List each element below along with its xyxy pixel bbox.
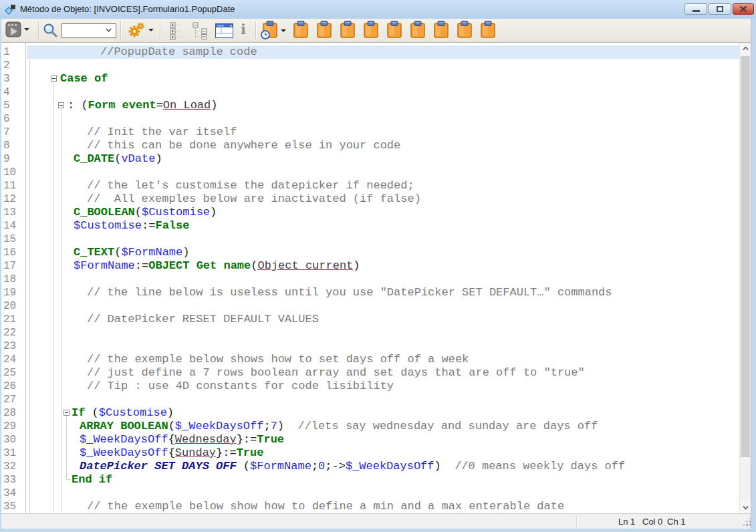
code-line[interactable]: 16C_TEXT($FormName) [1, 246, 739, 259]
clipboard-icon [363, 21, 379, 39]
clipboard-button-9[interactable] [480, 21, 496, 42]
scrollbar-up-button[interactable] [740, 43, 751, 54]
clipboard-clock-icon [261, 21, 278, 40]
line-number: 13 [3, 207, 16, 219]
clipboard-button-8[interactable] [457, 21, 473, 42]
code-line[interactable]: 20 [1, 299, 739, 313]
line-number: 7 [3, 126, 10, 138]
code-line[interactable]: 8// this can be done anywhere else in yo… [1, 139, 739, 152]
code-line[interactable]: 31$_WeekDaysOff{Sunday}:=True [1, 446, 739, 460]
code-line[interactable]: 11// the let's customise the datepicker … [1, 179, 739, 192]
code-line[interactable]: 2 [1, 59, 739, 72]
code-text: // this can be done anywhere else in you… [27, 139, 400, 152]
code-line[interactable]: 33End if [1, 473, 739, 487]
clipboard-icon [386, 21, 402, 39]
code-text: // the line below is useless until you u… [27, 286, 612, 299]
code-line[interactable]: 12// All exemples below are inactivated … [1, 192, 739, 206]
code-line[interactable]: 32DatePicker SET DAYS OFF ($FormName;0;-… [1, 460, 739, 473]
window-title: Método de Objeto: [INVOICES].Formulario1… [20, 4, 235, 14]
code-line[interactable]: 10 [1, 166, 739, 179]
line-number: 20 [3, 300, 16, 312]
code-line[interactable]: 18 [1, 273, 739, 286]
clipboard-history-button[interactable] [261, 21, 286, 40]
line-number: 17 [3, 260, 16, 272]
toolbar: i [1, 19, 751, 43]
code-text: // the exemple below show how to define … [27, 500, 564, 513]
clipboard-button-2[interactable] [316, 21, 332, 42]
maximize-button[interactable] [709, 3, 731, 15]
form-preview-button[interactable] [215, 23, 233, 38]
code-line[interactable]: 14$Customise:=False [1, 219, 739, 233]
fold-toggle[interactable] [58, 102, 64, 108]
scrollbar-thumb[interactable] [741, 56, 750, 457]
statusbar-separator [576, 516, 577, 527]
code-line[interactable]: 26// Tip : use 4D constants for code lis… [1, 380, 739, 393]
code-text: : (Form event=On Load) [27, 99, 217, 112]
clipboard-button-4[interactable] [363, 21, 379, 42]
code-line[interactable]: 4 [1, 86, 739, 99]
expand-all-button[interactable] [170, 22, 184, 40]
code-line[interactable]: 17$FormName:=OBJECT Get name(Object curr… [1, 259, 739, 273]
code-line[interactable]: 28If ($Customise) [1, 406, 739, 420]
code-editor[interactable]: 1//PopupDate sample code23Case of45: (Fo… [1, 43, 739, 513]
code-line[interactable]: 25// just define a 7 rows boolean array … [1, 366, 739, 380]
fold-toggle[interactable] [51, 76, 57, 82]
clipboard-history-dropdown-arrow-icon[interactable] [281, 29, 286, 32]
minimize-button[interactable] [684, 3, 707, 15]
code-text: // the let's customise the datepicker if… [27, 179, 414, 192]
clipboard-icon [293, 21, 309, 39]
info-button[interactable]: i [241, 21, 246, 38]
run-method-button[interactable] [5, 21, 29, 37]
code-line[interactable]: 22 [1, 326, 739, 340]
search-input[interactable] [61, 23, 116, 38]
line-number: 16 [3, 247, 16, 259]
code-line[interactable]: 19// the line below is useless until you… [1, 286, 739, 299]
code-text: Case of [27, 72, 108, 86]
expand-tree-icon [170, 22, 184, 40]
code-line[interactable]: 1//PopupDate sample code [1, 45, 739, 59]
code-line[interactable]: 13C_BOOLEAN($Customise) [1, 206, 739, 219]
macros-dropdown-arrow-icon[interactable] [148, 29, 154, 31]
status-column: Col 0 [642, 517, 662, 527]
code-line[interactable]: 3Case of [1, 72, 739, 86]
macros-button[interactable] [127, 21, 154, 39]
line-number: 31 [3, 447, 16, 459]
code-line[interactable]: 29ARRAY BOOLEAN($_WeekDaysOff;7) //lets … [1, 420, 739, 433]
code-text: $FormName:=OBJECT Get name(Object curren… [27, 259, 360, 273]
clipboard-button-6[interactable] [410, 21, 426, 42]
scrollbar-down-button[interactable] [740, 502, 751, 513]
titlebar[interactable]: Método de Objeto: [INVOICES].Formulario1… [0, 0, 756, 19]
line-number: 28 [3, 407, 16, 419]
code-line[interactable]: 9C_DATE(vDate) [1, 152, 739, 166]
run-dropdown-arrow-icon[interactable] [24, 28, 29, 31]
code-line[interactable]: 27 [1, 393, 739, 406]
clipboard-button-3[interactable] [340, 21, 356, 42]
toolbar-separator [255, 21, 256, 39]
clipboard-button-1[interactable] [293, 21, 309, 42]
collapse-tree-icon [193, 22, 209, 40]
code-text: $Customise:=False [27, 219, 189, 233]
clipboard-icon [433, 21, 449, 39]
code-line[interactable]: 7// Init the var itself [1, 126, 739, 139]
code-line[interactable]: 34 [1, 487, 739, 500]
collapse-all-button[interactable] [193, 22, 209, 40]
code-line[interactable]: 21// DatePicker RESET DEFAULT VALUES [1, 313, 739, 326]
clipboard-button-5[interactable] [386, 21, 402, 42]
code-line[interactable]: 35// the exemple below show how to defin… [1, 500, 739, 513]
line-number: 11 [3, 180, 16, 192]
code-line[interactable]: 6 [1, 112, 739, 126]
search-button[interactable] [43, 23, 58, 38]
code-line[interactable]: 15 [1, 233, 739, 246]
window-frame [0, 19, 1, 529]
vertical-scrollbar[interactable] [739, 43, 751, 513]
code-line[interactable]: 24// the exemple below shows how to set … [1, 353, 739, 366]
clipboard-button-7[interactable] [433, 21, 449, 42]
line-number: 12 [3, 193, 16, 205]
code-line[interactable]: 23 [1, 340, 739, 353]
code-text: //PopupDate sample code [27, 45, 257, 59]
code-line[interactable]: 5: (Form event=On Load) [1, 99, 739, 112]
fold-toggle[interactable] [64, 410, 70, 416]
close-button[interactable] [733, 3, 754, 15]
close-icon [740, 6, 747, 12]
code-line[interactable]: 30$_WeekDaysOff{Wednesday}:=True [1, 433, 739, 446]
